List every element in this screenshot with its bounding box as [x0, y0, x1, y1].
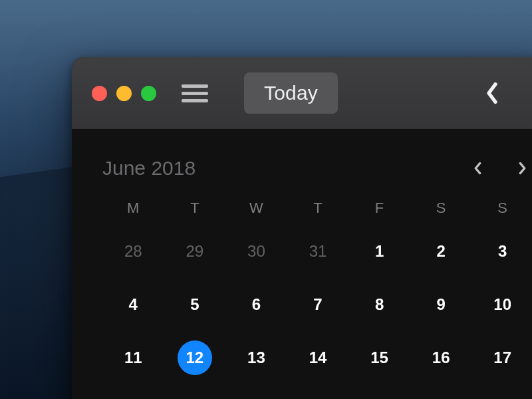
- dow-label: T: [164, 200, 226, 217]
- day-cell[interactable]: 30: [225, 234, 287, 269]
- day-cell[interactable]: 13: [225, 340, 287, 375]
- month-nav: [473, 161, 527, 176]
- day-number: 9: [436, 295, 445, 314]
- day-number: 17: [493, 348, 511, 367]
- day-cell[interactable]: 4: [102, 287, 164, 322]
- chevron-left-icon[interactable]: [485, 82, 499, 104]
- day-cell[interactable]: 10: [471, 287, 532, 322]
- dow-label: W: [225, 200, 287, 217]
- calendar-nav: [485, 82, 532, 104]
- dow-label: M: [102, 200, 164, 217]
- mini-calendar: June 2018 MTWTFSS 2829303112345678910111…: [72, 129, 532, 375]
- day-cell[interactable]: 1: [348, 234, 410, 269]
- day-cell[interactable]: 14: [287, 340, 349, 375]
- dow-label: T: [287, 200, 349, 217]
- day-number: 6: [252, 295, 261, 314]
- day-cell[interactable]: 7: [287, 287, 349, 322]
- day-number: 5: [190, 295, 199, 314]
- dow-label: S: [471, 200, 532, 217]
- day-cell[interactable]: 9: [410, 287, 472, 322]
- calendar-window: Today June 2018 MTWTFSS 2829303112345678: [72, 57, 532, 399]
- dow-label: S: [410, 200, 472, 217]
- chevron-left-icon[interactable]: [473, 161, 482, 176]
- day-cell[interactable]: 12: [164, 340, 226, 375]
- day-number: 31: [309, 242, 327, 261]
- day-number: 28: [124, 242, 142, 261]
- day-number: 1: [375, 242, 384, 261]
- chevron-right-icon[interactable]: [518, 161, 527, 176]
- day-number: 14: [309, 348, 327, 367]
- day-cell[interactable]: 11: [102, 340, 164, 375]
- day-number: 16: [432, 348, 450, 367]
- hamburger-icon[interactable]: [182, 84, 208, 102]
- zoom-button[interactable]: [141, 86, 156, 101]
- day-number: 13: [247, 348, 265, 367]
- titlebar: Today: [72, 57, 532, 129]
- day-number: 29: [186, 242, 204, 261]
- day-number: 4: [129, 295, 138, 314]
- day-cell[interactable]: 16: [410, 340, 472, 375]
- day-cell[interactable]: 31: [287, 234, 349, 269]
- day-cell[interactable]: 2: [410, 234, 472, 269]
- day-number: 12: [186, 348, 204, 367]
- day-number: 15: [370, 348, 388, 367]
- day-cell[interactable]: 8: [348, 287, 410, 322]
- day-number: 10: [493, 295, 511, 314]
- day-number: 3: [498, 242, 507, 261]
- window-controls: [92, 86, 156, 101]
- day-cell[interactable]: 29: [164, 234, 226, 269]
- day-number: 8: [375, 295, 384, 314]
- day-number: 7: [313, 295, 322, 314]
- close-button[interactable]: [92, 86, 107, 101]
- day-cell[interactable]: 28: [102, 234, 164, 269]
- day-cell[interactable]: 17: [471, 340, 532, 375]
- day-number: 2: [436, 242, 445, 261]
- minimize-button[interactable]: [116, 86, 132, 101]
- day-cell[interactable]: 3: [471, 234, 532, 269]
- day-cell[interactable]: 5: [164, 287, 226, 322]
- dow-label: F: [348, 200, 410, 217]
- day-cell[interactable]: 15: [348, 340, 410, 375]
- day-number: 30: [247, 242, 265, 261]
- day-number: 11: [124, 348, 142, 367]
- today-button[interactable]: Today: [244, 72, 338, 114]
- month-label: June 2018: [102, 157, 196, 180]
- day-cell[interactable]: 6: [225, 287, 287, 322]
